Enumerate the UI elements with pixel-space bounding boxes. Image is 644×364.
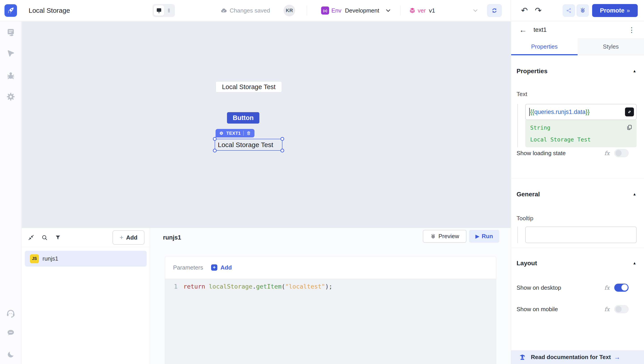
share-icon [566, 8, 572, 14]
tab-styles[interactable]: Styles [578, 38, 644, 55]
general-heading: General [516, 191, 540, 198]
show-on-desktop-label: Show on desktop [516, 284, 561, 291]
show-on-desktop-toggle[interactable] [614, 284, 628, 292]
environment-selector[interactable]: (x) Env Development [321, 7, 379, 15]
layers-icon [409, 7, 416, 14]
cloud-check-icon [220, 7, 227, 14]
add-query-button[interactable]: + Add [112, 230, 144, 245]
collapse-panel-button[interactable] [26, 233, 36, 242]
filter-queries-button[interactable] [54, 233, 62, 242]
cursor-icon [6, 49, 16, 59]
sidebar-item-settings[interactable] [6, 92, 16, 102]
run-label: Run [482, 233, 493, 240]
app-window: Local Storage [0, 0, 644, 364]
trash-icon[interactable] [246, 131, 251, 136]
avatar[interactable]: KR [284, 5, 295, 16]
save-status-label: Changes saved [230, 7, 270, 14]
query-name: runjs1 [42, 255, 58, 262]
inspector-panel: ← text1 ⋮ Properties Styles Properties ▲… [511, 21, 644, 364]
plus-icon: + [120, 234, 124, 241]
mobile-toggle-button[interactable] [164, 5, 174, 16]
add-parameter-button[interactable]: Add [220, 264, 232, 271]
query-list-toolbar: + Add [22, 228, 150, 247]
sidebar-item-pages[interactable] [6, 28, 16, 37]
add-query-label: Add [126, 234, 138, 241]
editor-canvas[interactable]: Local Storage Test Button TEXT1 [22, 22, 511, 228]
text-property-label: Text [516, 91, 636, 98]
sidebar-item-debug[interactable] [6, 71, 16, 81]
tab-properties[interactable]: Properties [511, 38, 578, 55]
filter-funnel-icon [54, 234, 61, 241]
inspector-tabs: Properties Styles [511, 38, 644, 55]
promote-button[interactable]: Promote » [592, 4, 638, 17]
pages-icon [6, 28, 16, 37]
properties-section-header[interactable]: Properties ▲ [516, 68, 636, 75]
app-logo[interactable] [4, 4, 17, 17]
field-accent-bar [517, 227, 518, 243]
collapse-arrows-icon [28, 234, 34, 241]
copy-button[interactable] [626, 124, 633, 131]
redo-button[interactable]: ↷ [535, 7, 542, 15]
desktop-toggle-button[interactable] [154, 5, 164, 16]
code-editor[interactable]: 1 return localStorage.getItem("localtest… [165, 279, 496, 364]
search-queries-button[interactable] [40, 233, 49, 242]
play-icon: ▶ [476, 234, 479, 239]
sidebar-item-dark-mode[interactable] [6, 350, 16, 359]
fx-icon[interactable]: fx [604, 306, 610, 312]
kebab-menu-icon[interactable]: ⋮ [628, 26, 635, 34]
undo-button[interactable]: ↶ [521, 7, 528, 15]
layout-heading: Layout [516, 260, 537, 267]
version-value: v1 [429, 7, 435, 14]
watch-eye-button[interactable] [576, 4, 589, 17]
fx-icon[interactable]: fx [604, 150, 610, 156]
selected-text-widget-value: Local Storage Test [218, 139, 273, 150]
sidebar-item-support[interactable] [6, 308, 16, 318]
left-rail [0, 21, 22, 364]
layout-section-header[interactable]: Layout ▲ [516, 260, 636, 267]
sidebar-item-interact[interactable] [6, 49, 16, 59]
resize-handle-top-left[interactable] [213, 137, 217, 141]
query-editor-card: Parameters + Add 1 return localStorage.g… [165, 256, 496, 364]
query-list-item[interactable]: JS runjs1 [25, 251, 147, 267]
loading-state-toggle[interactable] [614, 149, 628, 157]
general-section-header[interactable]: General ▲ [516, 191, 636, 198]
run-query-button[interactable]: ▶ Run [469, 230, 499, 243]
collapse-triangle-icon[interactable]: ▲ [632, 69, 636, 73]
top-bar: Local Storage [0, 0, 644, 21]
expand-editor-button[interactable] [625, 107, 634, 116]
query-editor-pane: runjs1 Preview ▶ [150, 228, 511, 364]
mobile-icon [166, 8, 172, 14]
resize-handle-bottom-left[interactable] [213, 149, 217, 152]
share-button[interactable] [562, 4, 575, 17]
preview-query-button[interactable]: Preview [423, 230, 466, 243]
selected-text-widget[interactable]: Local Storage Test [215, 139, 282, 151]
device-toggle [152, 4, 175, 17]
documentation-link[interactable]: Read documentation for Text → [511, 350, 644, 364]
sidebar-item-feedback[interactable] [6, 328, 16, 338]
code-text[interactable]: return localStorage.getItem("localtest")… [183, 283, 332, 290]
environment-chevron-down-icon[interactable] [385, 8, 391, 14]
back-arrow-icon[interactable]: ← [519, 26, 527, 34]
show-on-mobile-toggle[interactable] [614, 305, 628, 313]
text-input-widget[interactable]: Local Storage Test [216, 81, 282, 92]
add-parameter-plus-icon[interactable]: + [211, 264, 217, 271]
resize-handle-top-right[interactable] [280, 137, 284, 141]
version-selector[interactable]: ver v1 [409, 7, 435, 14]
line-number: 1 [165, 283, 178, 290]
collapse-triangle-icon[interactable]: ▲ [632, 261, 636, 266]
parameters-label: Parameters [173, 264, 203, 271]
expression-value: {{queries.runjs1.data}} [530, 109, 590, 115]
button-widget[interactable]: Button [227, 112, 260, 124]
environment-icon: (x) [321, 7, 329, 15]
text-property-input[interactable]: {{queries.runjs1.data}} [525, 104, 636, 120]
js-badge: JS [30, 254, 39, 263]
tooltip-input[interactable] [525, 227, 636, 243]
resize-handle-bottom-right[interactable] [280, 149, 284, 152]
version-chevron-down-icon[interactable] [472, 8, 478, 14]
headset-icon [6, 308, 16, 318]
selected-widget-badge[interactable]: TEXT1 [216, 129, 254, 137]
refresh-button[interactable] [487, 4, 502, 17]
widget-gear-icon[interactable] [219, 131, 224, 136]
fx-icon[interactable]: fx [604, 285, 610, 291]
collapse-triangle-icon[interactable]: ▲ [632, 192, 636, 197]
